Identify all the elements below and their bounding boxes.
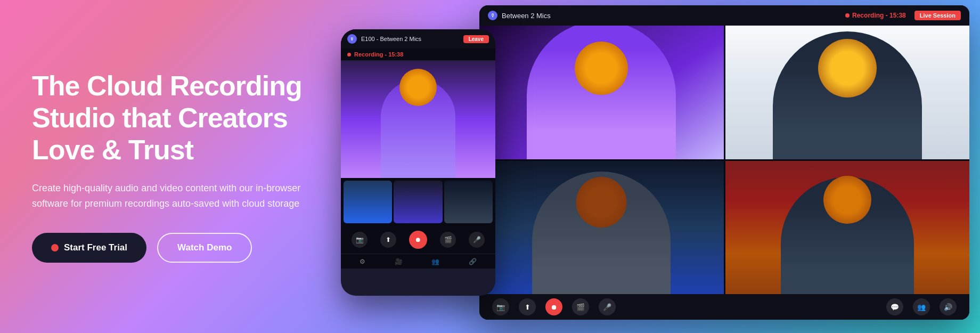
phone-recording-bar: Recording - 15:38 — [341, 48, 495, 61]
phone-recording-label: Recording - 15:38 — [354, 51, 403, 58]
mic-icon: 🎙 — [488, 11, 497, 20]
start-trial-button[interactable]: Start Free Trial — [32, 233, 146, 263]
phone-bottom-bar: 📷 ⬆ ⏺ 🎬 🎤 — [341, 226, 495, 254]
hero-description: Create high-quality audio and video cont… — [32, 181, 330, 212]
phone-record-button[interactable]: ⏺ — [409, 231, 427, 249]
phone-settings-bar: ⚙ 🎥 👥 🔗 — [341, 254, 495, 269]
desktop-recording-badge: Recording - 15:38 — [845, 12, 906, 19]
phone-thumb-1 — [344, 181, 392, 223]
desktop-bottom-bar: 📷 ⬆ ⏺ 🎬 🎤 💬 👥 🔊 — [479, 294, 969, 320]
watch-demo-button[interactable]: Watch Demo — [157, 233, 252, 263]
mic-button[interactable]: 🎤 — [599, 298, 616, 315]
desktop-header: 🎙 Between 2 Mics Recording - 15:38 Live … — [479, 5, 969, 26]
phone-upload-button[interactable]: ⬆ — [380, 232, 396, 248]
phone-main-video — [341, 61, 495, 178]
phone-session-name: E100 - Between 2 Mics — [361, 36, 459, 42]
desktop-controls-left: 📷 ⬆ ⏺ 🎬 🎤 — [492, 298, 616, 315]
phone-thumbnails — [341, 178, 495, 226]
phone-camera-button[interactable]: 📷 — [352, 232, 368, 248]
chat-button[interactable]: 💬 — [886, 298, 903, 315]
phone-video-face — [399, 69, 437, 106]
phone-header: 🎙 E100 - Between 2 Mics Leave — [341, 29, 495, 48]
participants-button[interactable]: 👥 — [913, 298, 930, 315]
phone-leave-button[interactable]: Leave — [463, 35, 489, 43]
settings-button[interactable]: 🔊 — [940, 298, 957, 315]
phone-thumb-3 — [444, 181, 493, 223]
desktop-mockup: 🎙 Between 2 Mics Recording - 15:38 Live … — [479, 5, 969, 320]
phone-link-icon[interactable]: 🔗 — [469, 258, 477, 265]
video-cell-1 — [479, 26, 724, 159]
desktop-controls-right: 💬 👥 🔊 — [886, 298, 957, 315]
video-cell-3 — [479, 161, 724, 295]
record-dot-icon — [51, 244, 59, 251]
desktop-header-left: 🎙 Between 2 Mics — [488, 11, 837, 20]
phone-mic-button[interactable]: 🎤 — [469, 232, 485, 248]
phone-gear-icon[interactable]: ⚙ — [360, 258, 365, 265]
phone-thumb-2 — [394, 181, 442, 223]
hero-section: The Cloud Recording Studio that Creators… — [0, 0, 980, 333]
desktop-session-name: Between 2 Mics — [502, 12, 551, 20]
upload-button[interactable]: ⬆ — [519, 298, 536, 315]
start-trial-label: Start Free Trial — [64, 242, 127, 253]
video-cell-4 — [725, 161, 970, 295]
record-button[interactable]: ⏺ — [545, 298, 562, 315]
phone-mockup: 🎙 E100 - Between 2 Mics Leave Recording … — [341, 29, 495, 296]
live-session-badge: Live Session — [914, 11, 961, 20]
camera-button[interactable]: 📷 — [492, 298, 509, 315]
watch-demo-label: Watch Demo — [177, 242, 232, 253]
phone-video-button[interactable]: 🎬 — [440, 232, 456, 248]
phone-mic-icon: 🎙 — [347, 34, 357, 44]
phone-people-icon[interactable]: 👥 — [431, 258, 439, 265]
video-button[interactable]: 🎬 — [572, 298, 589, 315]
hero-left-panel: The Cloud Recording Studio that Creators… — [0, 38, 352, 295]
video-cell-2 — [725, 26, 970, 159]
hero-right-panel: 🎙 Between 2 Mics Recording - 15:38 Live … — [352, 0, 980, 333]
hero-buttons: Start Free Trial Watch Demo — [32, 233, 330, 263]
hero-title: The Cloud Recording Studio that Creators… — [32, 70, 330, 166]
phone-video-icon[interactable]: 🎥 — [395, 258, 403, 265]
desktop-video-grid — [479, 26, 969, 294]
